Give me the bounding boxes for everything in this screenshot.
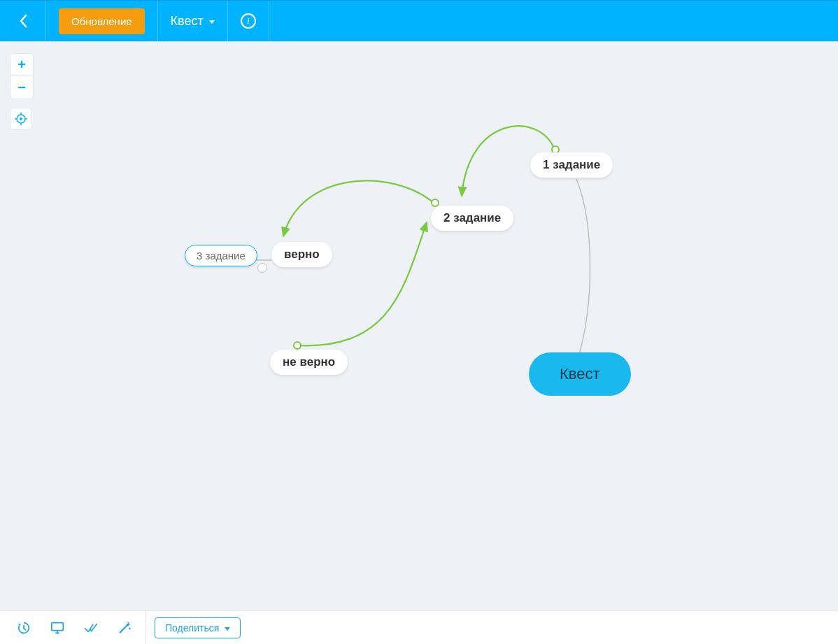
update-cell: Обновление <box>46 1 158 41</box>
info-icon: i <box>247 15 250 27</box>
node-task1[interactable]: 1 задание <box>530 152 613 178</box>
caret-down-icon <box>225 627 230 631</box>
back-button[interactable] <box>0 1 46 41</box>
check-button[interactable] <box>76 611 106 645</box>
monitor-icon <box>50 620 65 636</box>
top-toolbar: Обновление Квест i <box>0 0 838 42</box>
node-task2-label: 2 задание <box>443 211 501 224</box>
info-cell: i <box>228 1 269 41</box>
svg-rect-6 <box>52 622 64 630</box>
history-icon <box>16 620 31 636</box>
node-incorrect[interactable]: не верно <box>270 350 348 375</box>
node-task3-label: 3 задание <box>197 250 246 262</box>
chevron-left-icon <box>19 14 27 28</box>
toolbar-separator <box>145 611 146 645</box>
node-root-label: Квест <box>560 365 600 382</box>
magic-button[interactable] <box>109 611 140 645</box>
edges-layer <box>0 42 838 610</box>
node-task1-label: 1 задание <box>543 158 600 171</box>
title-label: Квест <box>171 14 204 29</box>
info-button[interactable]: i <box>241 13 256 29</box>
node-correct[interactable]: верно <box>271 242 332 267</box>
node-port-incorrect[interactable] <box>293 341 301 350</box>
node-task2[interactable]: 2 задание <box>431 206 513 231</box>
update-button[interactable]: Обновление <box>59 8 145 34</box>
node-task3[interactable]: 3 задание <box>185 245 257 266</box>
caret-down-icon <box>209 20 215 24</box>
share-label: Поделиться <box>165 622 219 634</box>
node-incorrect-label: не верно <box>283 355 335 368</box>
double-check-icon <box>83 620 99 636</box>
history-button[interactable] <box>8 611 39 645</box>
node-port-task2[interactable] <box>431 199 439 207</box>
title-cell: Квест <box>158 1 228 41</box>
magic-wand-icon <box>117 620 132 636</box>
drag-handle[interactable] <box>257 263 267 273</box>
bottom-toolbar: Поделиться <box>0 610 838 644</box>
node-root[interactable]: Квест <box>529 352 631 396</box>
present-button[interactable] <box>42 611 73 645</box>
mindmap-canvas[interactable]: Квест 1 задание 2 задание верно не верно… <box>0 42 838 610</box>
node-correct-label: верно <box>284 248 320 261</box>
title-dropdown[interactable]: Квест <box>171 14 215 29</box>
share-button[interactable]: Поделиться <box>155 617 241 638</box>
